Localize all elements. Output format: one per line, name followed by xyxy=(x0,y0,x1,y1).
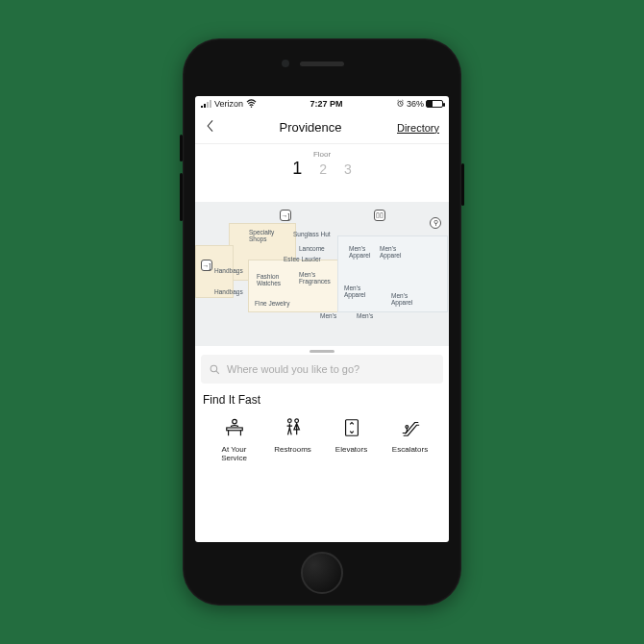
entrance-icon: →] xyxy=(280,210,291,221)
fif-elevators[interactable]: Elevators xyxy=(322,416,381,462)
floor-map[interactable]: →] ▯▯ ⚲ →] Specialty Shops Sunglass Hut … xyxy=(195,202,449,346)
directory-link[interactable]: Directory xyxy=(397,122,439,134)
svg-point-9 xyxy=(405,426,408,429)
floor-label: Floor xyxy=(195,150,449,159)
svg-rect-5 xyxy=(226,428,242,431)
search-icon xyxy=(209,363,221,376)
phone-frame: Verizon 7:27 PM 36% Providence Directory xyxy=(183,38,461,606)
map-label: Men's xyxy=(357,312,373,319)
map-label: Men's Apparel xyxy=(344,285,365,298)
svg-point-0 xyxy=(251,106,252,107)
search-input[interactable]: Where would you like to go? xyxy=(201,355,443,384)
map-label: Lancome xyxy=(299,245,325,252)
find-it-fast-heading: Find It Fast xyxy=(203,393,441,407)
signal-icon xyxy=(201,100,211,108)
fif-label: Elevators xyxy=(335,445,367,454)
map-label: Handbags xyxy=(214,267,243,274)
page-title: Providence xyxy=(224,120,397,135)
map-label: Men's Apparel xyxy=(380,245,401,259)
escalator-icon xyxy=(400,416,421,439)
fif-label: Restrooms xyxy=(274,445,311,454)
map-label: Estee Lauder xyxy=(284,256,321,262)
floor-picker: Floor 1 2 3 xyxy=(195,144,449,183)
fif-restrooms[interactable]: Restrooms xyxy=(263,416,322,462)
map-label: Sunglass Hut xyxy=(293,231,331,237)
floor-tab-1[interactable]: 1 xyxy=(292,159,302,179)
nav-header: Providence Directory xyxy=(195,111,449,144)
map-label: Fashion Watches xyxy=(257,273,281,286)
find-it-fast: Find It Fast At Your Service Restrooms xyxy=(195,384,449,462)
svg-point-4 xyxy=(232,419,236,424)
status-bar: Verizon 7:27 PM 36% xyxy=(195,96,449,111)
drag-handle[interactable] xyxy=(310,350,334,353)
fif-at-your-service[interactable]: At Your Service xyxy=(205,416,263,462)
svg-point-6 xyxy=(287,419,291,423)
map-label: Handbags xyxy=(214,288,243,295)
map-label: Men's xyxy=(320,312,336,319)
battery-icon xyxy=(426,100,443,108)
svg-line-3 xyxy=(216,371,219,374)
alarm-icon xyxy=(396,99,405,110)
restroom-map-icon: ⚲ xyxy=(430,217,441,229)
battery-percent: 36% xyxy=(407,99,424,109)
fif-escalators[interactable]: Escalators xyxy=(381,416,439,462)
map-label: Fine Jewelry xyxy=(255,300,289,307)
map-label: Men's Apparel xyxy=(391,292,412,306)
map-label: Men's Fragrances xyxy=(299,271,331,285)
map-label: Specialty Shops xyxy=(249,229,274,242)
screen: Verizon 7:27 PM 36% Providence Directory xyxy=(195,96,449,542)
wifi-icon xyxy=(246,99,257,110)
restroom-icon xyxy=(283,416,304,439)
fif-label: At Your Service xyxy=(221,445,247,462)
svg-point-2 xyxy=(211,365,217,372)
elevator-icon xyxy=(341,416,362,439)
floor-tab-3[interactable]: 3 xyxy=(344,161,352,177)
concierge-icon xyxy=(224,416,245,439)
entrance-icon-2: →] xyxy=(201,260,212,271)
search-placeholder: Where would you like to go? xyxy=(227,363,359,375)
fif-label: Escalators xyxy=(392,445,428,454)
floor-tab-2[interactable]: 2 xyxy=(319,161,327,177)
clock: 7:27 PM xyxy=(257,99,396,109)
carrier-label: Verizon xyxy=(214,99,243,109)
back-button[interactable] xyxy=(205,119,224,136)
map-label: Men's Apparel xyxy=(349,245,370,259)
home-button[interactable] xyxy=(301,552,343,594)
elevator-map-icon: ▯▯ xyxy=(374,210,385,221)
